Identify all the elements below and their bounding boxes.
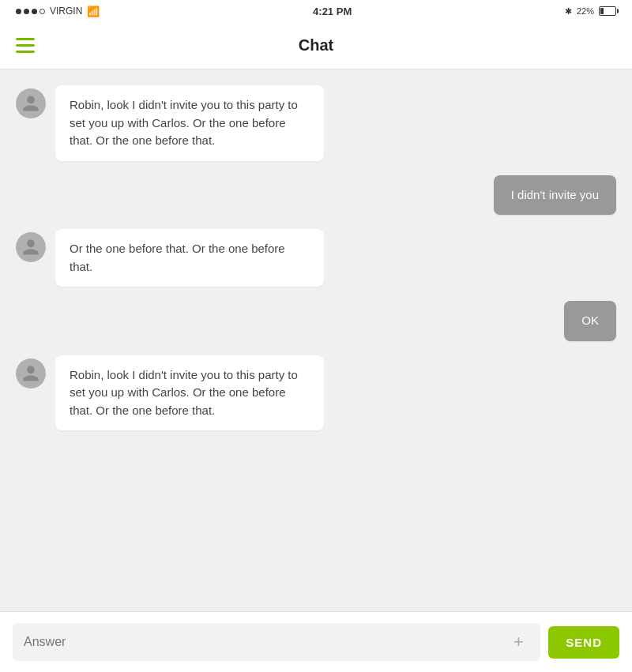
plus-icon[interactable]: +: [507, 631, 529, 653]
signal-dot-1: [16, 9, 21, 14]
avatar: [16, 359, 46, 389]
chat-area: Robin, look I didn't invite you to this …: [0, 69, 632, 611]
status-left: VIRGIN 📶: [16, 6, 100, 17]
list-item: OK: [16, 301, 616, 341]
message-text: Or the one before that. Or the one befor…: [70, 242, 285, 273]
battery-container: [599, 6, 616, 16]
answer-input[interactable]: [24, 635, 501, 649]
status-right: ✱ 22%: [565, 6, 616, 17]
carrier-label: VIRGIN: [50, 6, 82, 17]
status-time: 4:21 PM: [313, 6, 352, 17]
message-bubble-incoming: Robin, look I didn't invite you to this …: [55, 85, 324, 161]
message-bubble-outgoing: I didn't invite you: [494, 175, 616, 216]
message-bubble-incoming: Robin, look I didn't invite you to this …: [55, 355, 324, 431]
phone-container: VIRGIN 📶 4:21 PM ✱ 22% Chat: [0, 0, 632, 672]
status-bar: VIRGIN 📶 4:21 PM ✱ 22%: [0, 0, 632, 22]
list-item: Robin, look I didn't invite you to this …: [16, 355, 616, 431]
message-text: Robin, look I didn't invite you to this …: [70, 98, 298, 147]
battery-percent: 22%: [577, 6, 594, 16]
hamburger-icon[interactable]: [16, 38, 35, 53]
list-item: Robin, look I didn't invite you to this …: [16, 85, 616, 161]
input-bar: + SEND: [0, 611, 632, 672]
hamburger-line-3: [16, 51, 35, 53]
signal-dots: [16, 9, 45, 14]
send-button[interactable]: SEND: [548, 626, 619, 659]
list-item: Or the one before that. Or the one befor…: [16, 229, 616, 287]
battery-icon: [599, 6, 616, 16]
user-avatar-icon: [21, 364, 40, 383]
signal-dot-3: [32, 9, 37, 14]
bluetooth-icon: ✱: [565, 6, 572, 17]
user-avatar-icon: [21, 94, 40, 113]
page-title: Chat: [299, 36, 333, 54]
hamburger-line-1: [16, 38, 35, 40]
message-text: OK: [581, 313, 599, 327]
user-avatar-icon: [21, 238, 40, 257]
message-bubble-outgoing: OK: [564, 301, 616, 341]
message-bubble-incoming: Or the one before that. Or the one befor…: [55, 229, 324, 287]
nav-bar: Chat: [0, 22, 632, 69]
message-text: Robin, look I didn't invite you to this …: [70, 368, 298, 417]
signal-dot-4: [40, 9, 45, 14]
message-text: I didn't invite you: [511, 188, 599, 201]
battery-fill: [600, 8, 604, 14]
signal-dot-2: [24, 9, 29, 14]
list-item: I didn't invite you: [16, 175, 616, 216]
hamburger-line-2: [16, 44, 35, 47]
avatar: [16, 232, 46, 262]
wifi-icon: 📶: [87, 6, 100, 17]
input-wrapper: +: [13, 623, 540, 661]
avatar: [16, 88, 46, 118]
